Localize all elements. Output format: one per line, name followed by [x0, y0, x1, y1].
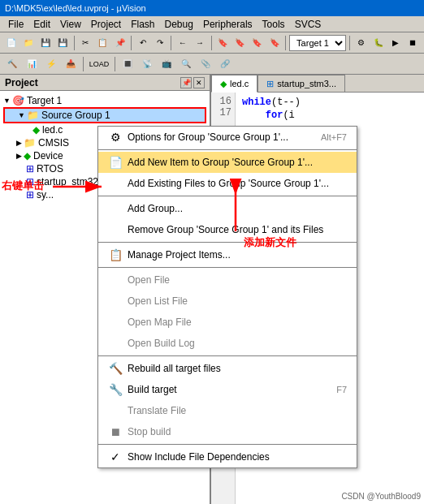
- translate-icon: [108, 403, 123, 418]
- ctx-remove-group[interactable]: Remove Group 'Source Group 1' and its Fi…: [98, 219, 357, 240]
- menu-tools[interactable]: Tools: [257, 17, 290, 32]
- tree-source-group[interactable]: ▼ 📁 Source Group 1: [3, 107, 206, 123]
- menu-edit[interactable]: Edit: [28, 17, 55, 32]
- ctx-translate[interactable]: Translate File: [98, 400, 357, 421]
- sep4: [211, 36, 212, 50]
- open-map-icon: [108, 315, 123, 330]
- ctx-remove-group-label: Remove Group 'Source Group 1' and its Fi…: [128, 224, 323, 235]
- options-icon: ⚙: [108, 130, 123, 144]
- fwd-btn[interactable]: →: [192, 34, 207, 52]
- tree-target[interactable]: ▼ 🎯 Target 1: [3, 94, 206, 107]
- build-btn2[interactable]: 🔨: [3, 55, 21, 73]
- save-all-btn[interactable]: 💾: [55, 34, 71, 52]
- sep1: [74, 36, 75, 50]
- stop-build-icon: ⏹: [108, 424, 123, 439]
- config-btn[interactable]: ⚙: [353, 34, 369, 52]
- misc1-btn[interactable]: 🔳: [119, 55, 136, 73]
- context-menu: ⚙ Options for Group 'Source Group 1'... …: [97, 126, 357, 468]
- sep8: [115, 57, 115, 71]
- panel-pin-btn[interactable]: 📌: [180, 77, 192, 88]
- back-btn[interactable]: ←: [175, 34, 190, 52]
- misc5-btn[interactable]: 📎: [197, 55, 214, 73]
- build2-btn2[interactable]: 📊: [23, 55, 41, 73]
- undo-btn[interactable]: ↶: [135, 34, 150, 52]
- bookmark4-btn[interactable]: 🔖: [266, 34, 282, 52]
- menu-flash[interactable]: Flash: [126, 17, 159, 32]
- toolbar-1: 📄 📁 💾 💾 ✂ 📋 📌 ↶ ↷ ← → 🔖 🔖 🔖 🔖 Target 1 ⚙…: [0, 32, 424, 54]
- paste-btn[interactable]: 📌: [112, 34, 128, 52]
- device-icon: ◆: [24, 150, 31, 162]
- ctx-open-map[interactable]: Open Map File: [98, 312, 357, 333]
- code-16-rest: (t--): [271, 97, 301, 108]
- target-select[interactable]: Target 1: [289, 35, 346, 51]
- ctx-open-build-log-label: Open Build Log: [128, 338, 195, 349]
- load-btn[interactable]: LOAD: [87, 55, 111, 73]
- target-icon: 🎯: [12, 95, 24, 106]
- cut-btn[interactable]: ✂: [78, 34, 93, 52]
- misc4-btn[interactable]: 🔍: [177, 55, 195, 73]
- debug-btn[interactable]: 🐛: [370, 34, 386, 52]
- ctx-translate-label: Translate File: [128, 405, 186, 416]
- ctx-rebuild-label: Rebuild all target files: [128, 363, 221, 374]
- open-file-icon: [108, 273, 123, 287]
- line-num-17: 17: [214, 107, 231, 118]
- misc6-btn[interactable]: 🔗: [216, 55, 234, 73]
- ctx-sep2: [98, 196, 357, 196]
- new-file-btn[interactable]: 📄: [3, 34, 19, 52]
- menu-project[interactable]: Project: [86, 17, 126, 32]
- ctx-open-build-log[interactable]: Open Build Log: [98, 333, 357, 354]
- ctx-sep4: [98, 267, 357, 268]
- redo-btn[interactable]: ↷: [152, 34, 167, 52]
- panel-actions: 📌 ✕: [180, 77, 205, 88]
- code-line-17: for(i: [242, 109, 418, 122]
- ctx-add-existing[interactable]: Add Existing Files to Group 'Source Grou…: [98, 173, 357, 194]
- group-label: Source Group 1: [41, 110, 110, 121]
- flash-btn[interactable]: ⚡: [42, 55, 60, 73]
- bookmark-btn[interactable]: 🔖: [215, 34, 231, 52]
- menu-view[interactable]: View: [55, 17, 86, 32]
- panel-title: Project: [5, 77, 38, 88]
- bookmark2-btn[interactable]: 🔖: [232, 34, 248, 52]
- tab-startup[interactable]: ⊞ startup_stm3...: [257, 75, 345, 92]
- cmsis-icon: 📁: [24, 137, 36, 149]
- rtos-icon: ⊞: [26, 163, 34, 174]
- ctx-manage-label: Manage Project Items...: [128, 249, 231, 261]
- download-btn[interactable]: 📥: [62, 55, 80, 73]
- open-btn[interactable]: 📁: [20, 34, 36, 52]
- ctx-open-list[interactable]: Open List File: [98, 291, 357, 312]
- ctx-stop-build[interactable]: ⏹ Stop build: [98, 421, 357, 442]
- bookmark3-btn[interactable]: 🔖: [249, 34, 265, 52]
- misc2-btn[interactable]: 📡: [138, 55, 156, 73]
- copy-btn[interactable]: 📋: [95, 34, 110, 52]
- ctx-open-map-label: Open Map File: [128, 317, 192, 328]
- misc3-btn[interactable]: 📺: [158, 55, 175, 73]
- ctx-rebuild-all[interactable]: 🔨 Rebuild all target files: [98, 358, 357, 379]
- tab-led-c[interactable]: ◆ led.c: [211, 75, 257, 93]
- right-click-annotation: 右键单击: [2, 179, 44, 193]
- ctx-sep5: [98, 355, 357, 356]
- ctx-options-label: Options for Group 'Source Group 1'...: [128, 131, 288, 143]
- menu-peripherals[interactable]: Peripherals: [198, 17, 257, 32]
- save-btn[interactable]: 💾: [37, 34, 53, 52]
- stop-btn[interactable]: ⏹: [405, 34, 421, 52]
- tab-led-c-icon: ◆: [220, 79, 227, 89]
- panel-close-btn[interactable]: ✕: [193, 77, 205, 88]
- ctx-stop-label: Stop build: [128, 426, 171, 437]
- ctx-show-include-label: Show Include File Dependencies: [128, 451, 270, 463]
- title-text: D:\MDK5\ex\led\led.uvproj - µVision: [5, 3, 146, 13]
- ctx-open-file[interactable]: Open File: [98, 269, 357, 291]
- menu-file[interactable]: File: [3, 17, 28, 32]
- ctx-add-group[interactable]: Add Group...: [98, 198, 357, 219]
- menu-svcs[interactable]: SVCS: [290, 17, 327, 32]
- line-num-16: 16: [214, 96, 231, 107]
- build-target-icon: 🔧: [108, 382, 123, 397]
- ctx-build-target[interactable]: 🔧 Build target F7: [98, 379, 357, 400]
- rebuild-icon: 🔨: [108, 361, 123, 376]
- ctx-options-group[interactable]: ⚙ Options for Group 'Source Group 1'... …: [98, 127, 357, 148]
- ctx-add-new-item[interactable]: 📄 Add New Item to Group 'Source Group 1'…: [98, 152, 357, 173]
- ctx-show-include[interactable]: ✓ Show Include File Dependencies: [98, 446, 357, 467]
- menu-debug[interactable]: Debug: [160, 17, 198, 32]
- ctx-open-list-label: Open List File: [128, 295, 188, 307]
- run-btn[interactable]: ▶: [388, 34, 404, 52]
- ctx-manage-project[interactable]: 📋 Manage Project Items...: [98, 244, 357, 265]
